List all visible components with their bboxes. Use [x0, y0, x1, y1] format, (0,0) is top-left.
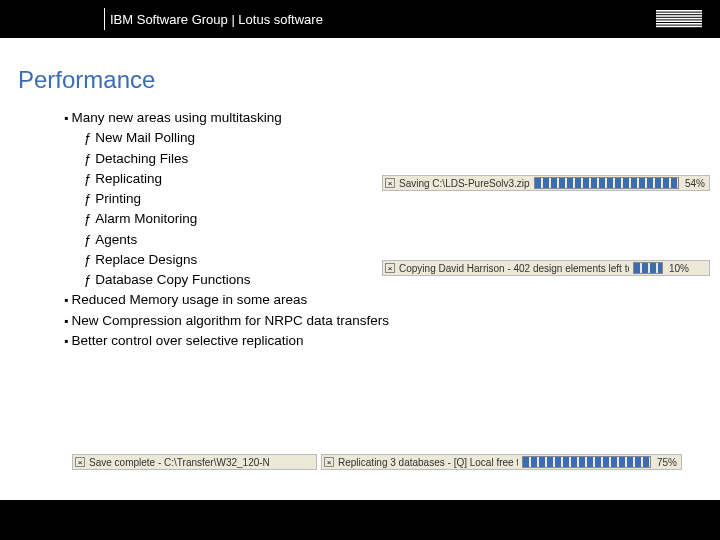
progress-bar — [522, 456, 651, 468]
close-icon[interactable]: × — [324, 457, 334, 467]
progress-percentage: 54% — [683, 178, 707, 189]
bullet-subitem: Agents — [64, 230, 720, 250]
bullet-subitem: Printing — [64, 189, 720, 209]
progress-widget-copying: × Copying David Harrison - 402 design el… — [382, 260, 710, 276]
bullet-subitem: Alarm Monitoring — [64, 209, 720, 229]
progress-label: Copying David Harrison - 402 design elem… — [399, 263, 629, 274]
progress-percentage: 10% — [667, 263, 691, 274]
close-icon[interactable]: × — [385, 263, 395, 273]
ibm-logo — [656, 0, 702, 38]
bullet-item: New Compression algorithm for NRPC data … — [64, 311, 720, 331]
bullet-item: Better control over selective replicatio… — [64, 331, 720, 351]
header-bar: IBM Software Group | Lotus software — [0, 0, 720, 38]
close-icon[interactable]: × — [385, 178, 395, 188]
progress-bar — [633, 262, 663, 274]
header-text: IBM Software Group | Lotus software — [110, 12, 323, 27]
bullet-subitem: Detaching Files — [64, 149, 720, 169]
slide-title: Performance — [0, 38, 720, 108]
bullet-subitem: New Mail Polling — [64, 128, 720, 148]
svg-rect-6 — [656, 26, 702, 28]
bullet-item: Reduced Memory usage in some areas — [64, 290, 720, 310]
progress-label: Saving C:\LDS-PureSolv3.zip — [399, 178, 530, 189]
svg-rect-5 — [656, 23, 702, 25]
progress-label: Save complete - C:\Transfer\W32_120-ND_W… — [89, 457, 269, 468]
progress-widget-bottom: × Save complete - C:\Transfer\W32_120-ND… — [72, 454, 682, 470]
svg-rect-4 — [656, 20, 702, 22]
header-divider — [104, 8, 105, 30]
svg-rect-3 — [656, 18, 702, 20]
svg-rect-2 — [656, 15, 702, 17]
progress-bar — [534, 177, 679, 189]
svg-rect-1 — [656, 13, 702, 15]
bullet-item: Many new areas using multitasking — [64, 108, 720, 128]
footer-bar — [0, 500, 720, 540]
close-icon[interactable]: × — [75, 457, 85, 467]
slide-content: Many new areas using multitasking New Ma… — [0, 108, 720, 351]
progress-label: Replicating 3 databases - [Q] Local free… — [338, 457, 518, 468]
progress-widget-saving: × Saving C:\LDS-PureSolv3.zip 54% — [382, 175, 710, 191]
svg-rect-0 — [656, 10, 702, 12]
progress-percentage: 75% — [655, 457, 679, 468]
